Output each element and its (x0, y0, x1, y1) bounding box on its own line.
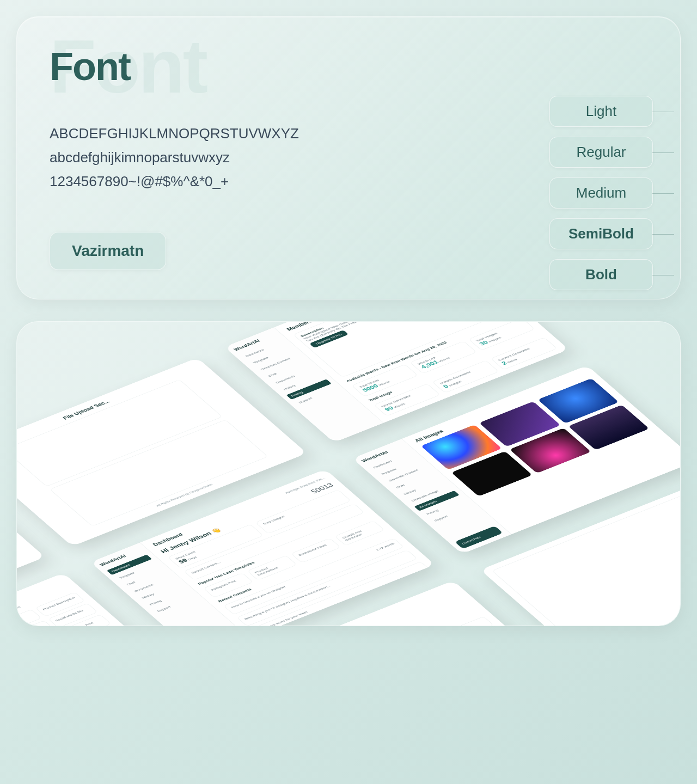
stat-suffix: Images (487, 336, 502, 343)
weight-chip-light: Light (549, 96, 653, 127)
item-meta: 1.7k words (375, 542, 398, 554)
weight-chip-regular: Regular (549, 137, 653, 168)
font-name-chip: Vazirmatn (50, 232, 166, 270)
upgrade-box: Current Plan (455, 526, 503, 549)
stat-suffix: Images (448, 380, 463, 387)
stat-suffix: Days (187, 555, 198, 561)
template-grid: Paragraph Writer Blog Post Idea Short St… (16, 592, 125, 626)
stat-label: Content Generated (497, 341, 546, 362)
template-card: Google Ads Generator (334, 520, 384, 546)
weights-column: Light Regular Medium SemiBold Bold (549, 96, 653, 290)
stat-label: Images Generated (439, 364, 487, 385)
font-specimen-card: Font Font ABCDEFGHIJKLMNOPQRSTUVWXYZ abc… (16, 16, 681, 299)
mockups-showcase-card: WordArtAI Dashboard Template Generate Im… (16, 321, 681, 626)
weight-chip-bold: Bold (549, 259, 653, 290)
template-card: Instagram Post (203, 573, 253, 598)
weight-chip-medium: Medium (549, 177, 653, 209)
upgrade-title: Current Plan (461, 530, 496, 544)
template-card: Facebook Ads (16, 620, 54, 626)
isometric-plane: WordArtAI Dashboard Template Generate Im… (16, 321, 681, 626)
stat-suffix: Words (393, 402, 406, 409)
template-card: Product Descriptions (247, 555, 297, 580)
template-card: Brainstorm Ideas (291, 538, 341, 563)
card-title: Font (50, 44, 647, 89)
stat-suffix: Words (438, 356, 451, 363)
weight-chip-semibold: SemiBold (549, 218, 653, 249)
stat-suffix: Words (378, 380, 391, 387)
stat-suffix: Items (506, 358, 518, 364)
